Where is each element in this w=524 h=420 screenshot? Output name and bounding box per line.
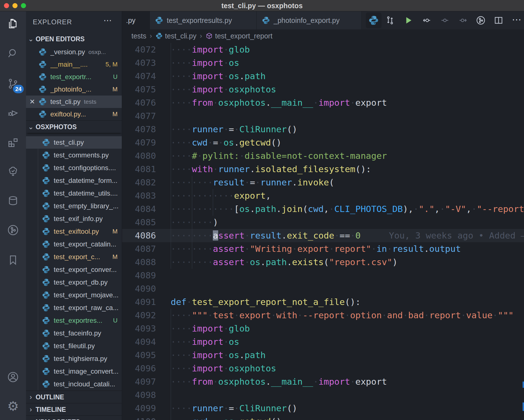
whitespace-dot: · — [208, 137, 213, 148]
section-outline[interactable]: ›OUTLINE — [26, 391, 122, 403]
tree-item-test_export_conver...[interactable]: test_export_conver... — [26, 263, 122, 276]
code-line-4093[interactable]: 4093····import·glob — [122, 322, 524, 335]
code-line-4090[interactable]: 4090 — [122, 282, 524, 295]
open-editor-_photoinfo_...[interactable]: _photoinfo_...M — [26, 83, 122, 96]
code-line-4099[interactable]: 4099····runner·=·CliRunner() — [122, 402, 524, 415]
tab-label: .py — [126, 16, 135, 25]
code-line-4083[interactable]: 4083············export, — [122, 189, 524, 202]
toolbar-split-editor-icon[interactable] — [493, 15, 504, 25]
tree-item-test_export_db.py[interactable]: test_export_db.py — [26, 276, 122, 289]
code-line-4098[interactable]: 4098 — [122, 388, 524, 402]
toolbar-run-file-icon[interactable] — [403, 15, 413, 25]
code-line-4081[interactable]: 4081····with·runner.isolated_filesystem(… — [122, 163, 524, 176]
code-line-4085[interactable]: 4085········) — [122, 216, 524, 229]
tree-item-test_faceinfo.py[interactable]: test_faceinfo.py — [26, 327, 122, 339]
tree-item-test_datetime_utils....[interactable]: test_datetime_utils.... — [26, 187, 122, 200]
activity-gitlens-icon[interactable] — [0, 218, 26, 243]
toolbar-current-change-icon[interactable] — [440, 15, 450, 25]
activity-source-control-icon[interactable]: 24 — [0, 71, 26, 96]
activity-search-icon[interactable] — [0, 41, 26, 66]
explorer-more-actions-icon[interactable]: ⋯ — [103, 15, 112, 25]
tab-.py[interactable]: .py — [122, 11, 150, 29]
code-line-4080[interactable]: 4080····#·pylint:·disable=not-context-ma… — [122, 149, 524, 163]
activity-extensions-icon[interactable] — [0, 130, 26, 155]
code-line-4074[interactable]: 4074····import·os.path — [122, 70, 524, 83]
code-line-4092[interactable]: 4092····"""·test·export·with·--report·op… — [122, 309, 524, 322]
code-text: ····from·osxphotos.__main__·import·expor… — [171, 375, 387, 388]
open-editor-test_exportr...[interactable]: test_exportr...U — [26, 71, 122, 83]
code-line-4091[interactable]: 4091def·test_export_report_not_a_file(): — [122, 295, 524, 309]
activity-account-icon[interactable] — [0, 365, 26, 389]
activity-files-icon[interactable] — [0, 11, 26, 36]
tree-item-test_export_mojave...[interactable]: test_export_mojave... — [26, 289, 122, 301]
tree-item-test_exportres...[interactable]: test_exportres...U — [26, 314, 122, 327]
section-osxphotos[interactable]: ⌄OSXPHOTOS — [26, 120, 122, 133]
tree-item-test_cli.py[interactable]: test_cli.py — [26, 136, 122, 149]
open-editor-test_cli.py[interactable]: ✕test_cli.pytests — [26, 96, 122, 108]
toolbar-gitlens-mode-icon[interactable] — [476, 15, 486, 25]
line-number: 4095 — [122, 348, 156, 362]
tree-item-test_exiftool.py[interactable]: test_exiftool.pyM — [26, 225, 122, 238]
activity-bookmarks-icon[interactable] — [0, 248, 26, 272]
close-icon[interactable]: ✕ — [26, 98, 38, 106]
tree-item-test_highsierra.py[interactable]: test_highsierra.py — [26, 352, 122, 365]
section-open-editors[interactable]: ⌄OPEN EDITORS — [26, 33, 122, 45]
tree-item-test_incloud_catali...[interactable]: test_incloud_catali... — [26, 378, 122, 390]
file-name: test_incloud_catali... — [54, 380, 115, 388]
overview-ruler[interactable] — [523, 43, 524, 420]
activity-settings-gear-icon[interactable]: ⚙ — [0, 394, 26, 419]
tree-item-test_exif_info.py[interactable]: test_exif_info.py — [26, 213, 122, 225]
python-file-icon — [42, 253, 50, 261]
code-line-4100[interactable]: 4100····cwd·=·os.getcwd() — [122, 415, 524, 420]
activity-run-debug-icon[interactable] — [0, 100, 26, 125]
tree-item-test_export_raw_ca...[interactable]: test_export_raw_ca... — [26, 302, 122, 314]
code-line-4088[interactable]: 4088········assert·os.path.exists("repor… — [122, 256, 524, 269]
code-line-4077[interactable]: 4077 — [122, 109, 524, 123]
code-line-4075[interactable]: 4075····import·osxphotos — [122, 83, 524, 96]
line-number: 4072 — [122, 43, 156, 56]
breadcrumb-item[interactable]: test_cli.py — [155, 32, 196, 40]
toolbar-python-interpreter-icon[interactable] — [366, 12, 382, 28]
section-timeline[interactable]: ›TIMELINE — [26, 403, 122, 415]
breadcrumb-item[interactable]: tests — [131, 32, 146, 40]
tree-item-test_fileutil.py[interactable]: test_fileutil.py — [26, 340, 122, 352]
code-line-4096[interactable]: 4096····import·osxphotos — [122, 362, 524, 375]
section-npm-scripts[interactable]: ›NPM SCRIPTS — [26, 415, 122, 420]
toolbar-more-actions-icon[interactable]: ⋯ — [512, 15, 522, 25]
code-line-4089[interactable]: 4089 — [122, 269, 524, 282]
tree-item-test_image_convert...[interactable]: test_image_convert... — [26, 365, 122, 378]
tree-item-test_comments.py[interactable]: test_comments.py — [26, 149, 122, 161]
toolbar-previous-change-icon[interactable] — [422, 15, 432, 25]
breadcrumb-item[interactable]: test_export_report — [205, 32, 272, 40]
code-line-4084[interactable]: 4084············[os.path.join(cwd,·CLI_P… — [122, 202, 524, 216]
code-line-4087[interactable]: 4087········assert·"Writing·export·repor… — [122, 242, 524, 256]
code-line-4079[interactable]: 4079····cwd·=·os.getcwd() — [122, 136, 524, 149]
code-line-4076[interactable]: 4076····from·osxphotos.__main__·import·e… — [122, 96, 524, 109]
activity-database-icon[interactable] — [0, 188, 26, 213]
tree-item-test_empty_library_...[interactable]: test_empty_library_... — [26, 200, 122, 212]
open-editor-exiftool.py...[interactable]: exiftool.py...M — [26, 108, 122, 120]
tree-item-test_configoptions....[interactable]: test_configoptions.... — [26, 162, 122, 174]
code-editor[interactable]: 4072····import·glob4073····import·os4074… — [122, 43, 524, 420]
open-editor-_version.py[interactable]: _version.pyosxp... — [26, 46, 122, 58]
code-line-4086[interactable]: 4086········assert·result.exit_code·==·0… — [122, 229, 524, 242]
git-status-badge: M — [112, 111, 118, 118]
python-file-icon — [42, 265, 50, 274]
toolbar-next-change-icon[interactable] — [458, 15, 468, 25]
toolbar-compare-changes-icon[interactable] — [385, 15, 395, 25]
code-line-4094[interactable]: 4094····import·os — [122, 335, 524, 348]
code-line-4097[interactable]: 4097····from·osxphotos.__main__·import·e… — [122, 375, 524, 388]
tree-item-test_export_catalin...[interactable]: test_export_catalin... — [26, 238, 122, 250]
activity-todo-tree-icon[interactable] — [0, 159, 26, 184]
tab-test_exportresults.py[interactable]: test_exportresults.py — [150, 11, 257, 29]
code-line-4078[interactable]: 4078····runner·=·CliRunner() — [122, 123, 524, 136]
code-line-4073[interactable]: 4073····import·os — [122, 56, 524, 70]
tree-item-test_datetime_form...[interactable]: test_datetime_form... — [26, 174, 122, 187]
code-line-4082[interactable]: 4082········result·=·runner.invoke( — [122, 176, 524, 189]
open-editor-__main__....[interactable]: __main__....5, M — [26, 58, 122, 71]
tab-_photoinfo_export.py[interactable]: _photoinfo_export.py — [257, 11, 362, 29]
file-description: tests — [84, 98, 96, 105]
tree-item-test_export_c...[interactable]: test_export_c...M — [26, 251, 122, 263]
code-line-4095[interactable]: 4095····import·os.path — [122, 348, 524, 362]
code-line-4072[interactable]: 4072····import·glob — [122, 43, 524, 56]
